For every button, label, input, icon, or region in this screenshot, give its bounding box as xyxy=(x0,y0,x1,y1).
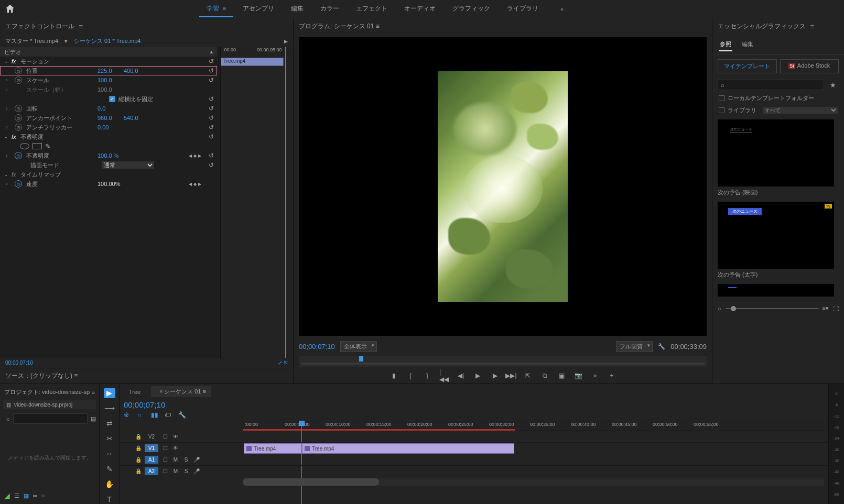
panel-menu-icon[interactable]: ≡ xyxy=(376,23,380,30)
effect-mini-timeline[interactable]: :00:00 00;00;05;00 Tree.mp4 xyxy=(220,47,293,358)
zoom-small-icon[interactable]: ○ xyxy=(41,492,45,499)
timeline-zoom-scrollbar[interactable] xyxy=(243,478,824,486)
home-icon[interactable] xyxy=(4,3,16,15)
timeline-clip[interactable]: Tree.mp4 xyxy=(244,443,301,454)
export-frame-icon[interactable]: ▣ xyxy=(557,371,566,380)
lock-icon[interactable]: 🔒 xyxy=(135,457,142,463)
track-header-a2[interactable]: 🔒 A2 ☐ M S 🎤 xyxy=(120,466,243,477)
reset-icon[interactable]: ↺ xyxy=(209,58,214,65)
position-x-value[interactable]: 225.0 xyxy=(98,68,124,74)
extract-icon[interactable]: ⧉ xyxy=(540,371,549,380)
mini-playhead[interactable] xyxy=(285,47,286,358)
mute-icon[interactable]: M xyxy=(172,468,179,474)
uniform-scale-row[interactable]: ✓ 縦横比を固定 ↺ xyxy=(0,94,217,104)
go-to-out-icon[interactable]: ▶▶| xyxy=(506,371,516,380)
reset-icon[interactable]: ↺ xyxy=(209,76,214,84)
master-clip-label[interactable]: マスター * Tree.mp4 xyxy=(5,37,58,45)
razor-tool-icon[interactable]: ✂ xyxy=(104,434,115,444)
sequence-clip-label[interactable]: シーケンス 01 * Tree.mp4 xyxy=(74,37,140,45)
workspace-tab-audio[interactable]: オーディオ xyxy=(397,1,443,17)
solo-icon[interactable]: S xyxy=(182,468,190,474)
icon-view-icon[interactable]: ▦ xyxy=(24,492,29,499)
timeline-tab[interactable]: Tree xyxy=(124,387,146,397)
sort-icon[interactable]: ≡▾ xyxy=(823,305,829,312)
lock-icon[interactable]: 🔒 xyxy=(135,445,142,451)
stopwatch-icon[interactable]: ◷ xyxy=(15,114,22,122)
reset-icon[interactable]: ↺ xyxy=(209,133,214,140)
timeline-clip[interactable]: Tree.mp4 xyxy=(302,443,514,454)
fullscreen-icon[interactable]: ⛶ xyxy=(833,305,839,312)
speed-property-row[interactable]: › ◷ 速度 100.00% ◀◆▶ xyxy=(0,179,217,189)
rect-mask-icon[interactable] xyxy=(33,143,42,149)
go-to-in-icon[interactable]: |◀◀ xyxy=(439,371,449,380)
eye-icon[interactable]: 👁 xyxy=(172,445,179,451)
program-timecode[interactable]: 00;00;07;10 xyxy=(299,343,335,350)
zoom-small-icon[interactable]: ○ xyxy=(718,305,721,312)
play-icon[interactable]: ▶ xyxy=(473,371,482,380)
opacity-effect-row[interactable]: ⌄ fx 不透明度 ↺ xyxy=(0,132,217,141)
mini-clip-bar[interactable]: Tree.mp4 xyxy=(221,58,284,66)
sync-lock-icon[interactable]: ☐ xyxy=(161,457,169,463)
new-item-icon[interactable]: ◢ xyxy=(4,491,10,500)
library-filter-select[interactable]: すべて xyxy=(763,107,838,114)
collapse-icon[interactable]: ▲ xyxy=(209,49,214,54)
tag-icon[interactable]: 🏷 xyxy=(165,411,173,420)
antiflicker-property-row[interactable]: › ◷ アンチフリッカー 0.00 ↺ xyxy=(0,123,217,132)
project-file-row[interactable]: ▥ video-downsize-sp.prproj xyxy=(3,400,96,409)
checkbox-icon[interactable]: ✓ xyxy=(109,96,115,102)
workspace-tab-effects[interactable]: エフェクト xyxy=(349,1,395,17)
ripple-edit-tool-icon[interactable]: ⇄ xyxy=(104,419,115,429)
track-content-area[interactable]: Tree.mp4 Tree.mp4 xyxy=(243,431,828,477)
anchor-y-value[interactable]: 540.0 xyxy=(124,115,150,121)
slip-tool-icon[interactable]: ↔ xyxy=(104,449,115,459)
sync-lock-icon[interactable]: ☐ xyxy=(161,445,169,451)
timeline-tab[interactable]: × シーケンス 01 ≡ xyxy=(151,386,211,397)
reset-icon[interactable]: ↺ xyxy=(209,124,214,131)
template-search-input[interactable] xyxy=(718,80,824,90)
panel-menu-icon[interactable]: ≡ xyxy=(810,23,814,31)
sync-lock-icon[interactable]: ☐ xyxy=(161,434,169,440)
stopwatch-icon[interactable]: ◷ xyxy=(15,67,22,74)
add-button-icon[interactable]: + xyxy=(607,371,616,380)
marker-icon[interactable]: ▮▮ xyxy=(151,411,159,420)
motion-effect-row[interactable]: ⌄ fx モーション ↺ xyxy=(0,57,217,66)
linked-selection-icon[interactable]: ∩ xyxy=(137,411,146,420)
sync-lock-icon[interactable]: ☐ xyxy=(161,468,169,474)
wrench-icon[interactable]: 🔧 xyxy=(658,343,665,350)
filter-icon[interactable]: ▤ xyxy=(91,415,96,422)
blend-mode-row[interactable]: 描画モード 通常 ↺ xyxy=(0,160,217,170)
workspace-tab-graphics[interactable]: グラフィック xyxy=(445,1,497,17)
bracket-in-icon[interactable]: { xyxy=(406,371,415,380)
record-icon[interactable]: 🎤 xyxy=(193,457,200,463)
record-icon[interactable]: 🎤 xyxy=(193,468,200,474)
stopwatch-icon[interactable]: ◷ xyxy=(15,152,22,159)
favorite-filter-icon[interactable]: ★ xyxy=(827,81,839,89)
local-folder-checkbox-row[interactable]: ローカルテンプレートフォルダー xyxy=(712,92,844,104)
solo-icon[interactable]: S xyxy=(182,457,190,463)
program-video-area[interactable] xyxy=(299,37,707,336)
opacity-value[interactable]: 100.0 % xyxy=(98,152,124,159)
timeremap-effect-row[interactable]: ⌄ fx タイムリマップ xyxy=(0,170,217,179)
pen-mask-icon[interactable]: ✎ xyxy=(45,143,51,150)
checkbox-icon[interactable] xyxy=(719,107,724,113)
track-name[interactable]: V2 xyxy=(145,433,158,441)
step-forward-icon[interactable]: |▶ xyxy=(490,371,499,380)
stopwatch-icon[interactable]: ◷ xyxy=(15,105,22,112)
library-checkbox-row[interactable]: ライブラリ すべて xyxy=(712,104,844,116)
export-icon[interactable]: ⇱ xyxy=(284,360,288,366)
pen-tool-icon[interactable]: ✎ xyxy=(104,464,115,474)
adobe-stock-button[interactable]: StAdobe Stock xyxy=(780,59,839,73)
zoom-dropdown[interactable]: 全体表示 xyxy=(340,341,377,352)
type-tool-icon[interactable]: T xyxy=(104,494,115,504)
scale-property-row[interactable]: › ◷ スケール 100.0 ↺ xyxy=(0,75,217,85)
rotation-value[interactable]: 0.0 xyxy=(98,105,124,112)
twirl-icon[interactable]: ⌄ xyxy=(4,59,9,64)
snap-icon[interactable]: ※ xyxy=(124,411,132,420)
anchor-x-value[interactable]: 960.0 xyxy=(98,115,124,121)
eye-icon[interactable]: 👁 xyxy=(172,434,179,440)
position-y-value[interactable]: 400.0 xyxy=(124,68,150,74)
track-name[interactable]: A2 xyxy=(145,467,158,475)
track-header-v2[interactable]: 🔒 V2 ☐ 👁 xyxy=(120,431,243,443)
track-header-a1[interactable]: 🔒 A1 ☐ M S 🎤 xyxy=(120,454,243,466)
lift-icon[interactable]: ⇱ xyxy=(523,371,533,380)
